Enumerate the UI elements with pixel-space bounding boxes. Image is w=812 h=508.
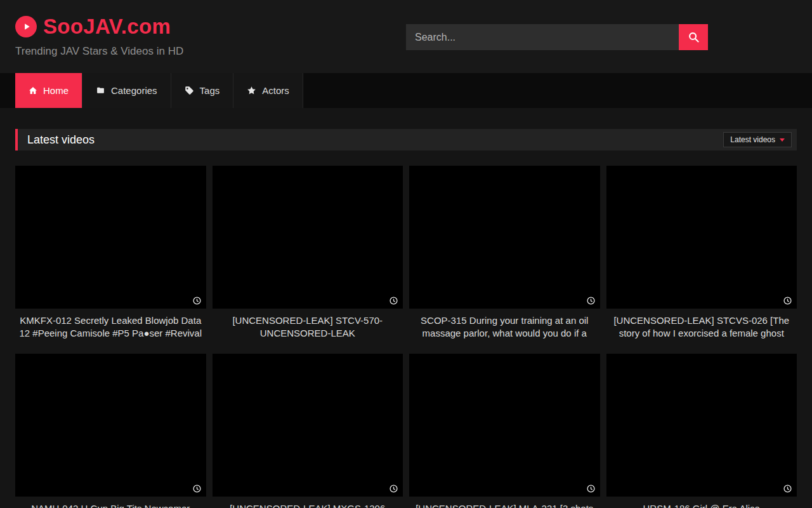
nav-item-actors[interactable]: Actors xyxy=(233,73,303,108)
star-icon xyxy=(247,86,256,95)
search-icon xyxy=(688,32,699,43)
video-thumbnail[interactable] xyxy=(213,354,403,497)
site-title: SooJAV.com xyxy=(43,15,171,39)
nav-item-label: Tags xyxy=(200,85,220,96)
main-content: Latest videos Latest videos KMKFX-012 Se… xyxy=(0,129,812,508)
video-title[interactable]: KMKFX-012 Secretly Leaked Blowjob Data 1… xyxy=(15,314,206,340)
video-card[interactable]: SCOP-315 During your training at an oil … xyxy=(409,166,600,340)
video-card[interactable]: HRSM-186 Girl @ Era Alice xyxy=(606,354,797,508)
nav-item-categories[interactable]: Categories xyxy=(82,73,171,108)
clock-icon xyxy=(390,485,398,493)
sort-dropdown-label: Latest videos xyxy=(730,135,775,144)
search-button[interactable] xyxy=(679,24,708,50)
chevron-down-icon xyxy=(780,138,785,142)
nav-item-label: Categories xyxy=(111,85,157,96)
play-icon xyxy=(15,16,37,37)
section-header: Latest videos Latest videos xyxy=(15,129,797,150)
video-title[interactable]: [UNCENSORED-LEAK] STCV-570-UNCENSORED-LE… xyxy=(213,314,403,340)
video-thumbnail[interactable] xyxy=(606,354,797,497)
video-thumbnail[interactable] xyxy=(15,354,206,497)
section-title: Latest videos xyxy=(27,133,95,147)
clock-icon xyxy=(587,297,595,305)
folder-icon xyxy=(96,86,105,95)
video-title[interactable]: [UNCENSORED-LEAK] MXGS-1306 Absolutely xyxy=(213,502,403,508)
site-tagline: Trending JAV Stars & Videos in HD xyxy=(15,45,183,58)
video-card[interactable]: [UNCENSORED-LEAK] MLA-231 [3 shots in xyxy=(409,354,600,508)
video-thumbnail[interactable] xyxy=(213,166,403,309)
nav-item-tags[interactable]: Tags xyxy=(171,73,234,108)
clock-icon xyxy=(390,297,398,305)
video-card[interactable]: [UNCENSORED-LEAK] STCV-570-UNCENSORED-LE… xyxy=(213,166,403,340)
video-card[interactable]: [UNCENSORED-LEAK] MXGS-1306 Absolutely xyxy=(213,354,403,508)
search-input[interactable] xyxy=(406,24,679,50)
main-nav: Home Categories Tags Actors xyxy=(0,73,812,108)
video-title[interactable]: HRSM-186 Girl @ Era Alice xyxy=(606,502,797,508)
sort-dropdown[interactable]: Latest videos xyxy=(723,132,792,147)
nav-item-label: Home xyxy=(43,85,69,96)
video-card[interactable]: [UNCENSORED-LEAK] STCVS-026 [The story o… xyxy=(606,166,797,340)
clock-icon xyxy=(193,297,201,305)
video-thumbnail[interactable] xyxy=(409,354,600,497)
video-card[interactable]: KMKFX-012 Secretly Leaked Blowjob Data 1… xyxy=(15,166,206,340)
home-icon xyxy=(29,86,37,95)
video-title[interactable]: SCOP-315 During your training at an oil … xyxy=(409,314,600,340)
video-thumbnail[interactable] xyxy=(15,166,206,309)
nav-item-label: Actors xyxy=(262,85,289,96)
video-thumbnail[interactable] xyxy=(606,166,797,309)
tag-icon xyxy=(185,86,194,95)
video-card[interactable]: NAMH-042 H Cup Big Tits Newcomer (170cm … xyxy=(15,354,206,508)
page-header: SooJAV.com Trending JAV Stars & Videos i… xyxy=(0,0,812,73)
video-title[interactable]: NAMH-042 H Cup Big Tits Newcomer (170cm … xyxy=(15,502,206,508)
clock-icon xyxy=(783,297,792,305)
video-grid: KMKFX-012 Secretly Leaked Blowjob Data 1… xyxy=(15,166,797,508)
search-bar xyxy=(406,24,708,50)
video-thumbnail[interactable] xyxy=(409,166,600,309)
site-logo[interactable]: SooJAV.com xyxy=(15,15,171,39)
clock-icon xyxy=(587,485,595,493)
nav-item-home[interactable]: Home xyxy=(15,73,82,108)
clock-icon xyxy=(193,485,201,493)
video-title[interactable]: [UNCENSORED-LEAK] STCVS-026 [The story o… xyxy=(606,314,797,340)
clock-icon xyxy=(783,485,792,493)
video-title[interactable]: [UNCENSORED-LEAK] MLA-231 [3 shots in xyxy=(409,502,600,508)
